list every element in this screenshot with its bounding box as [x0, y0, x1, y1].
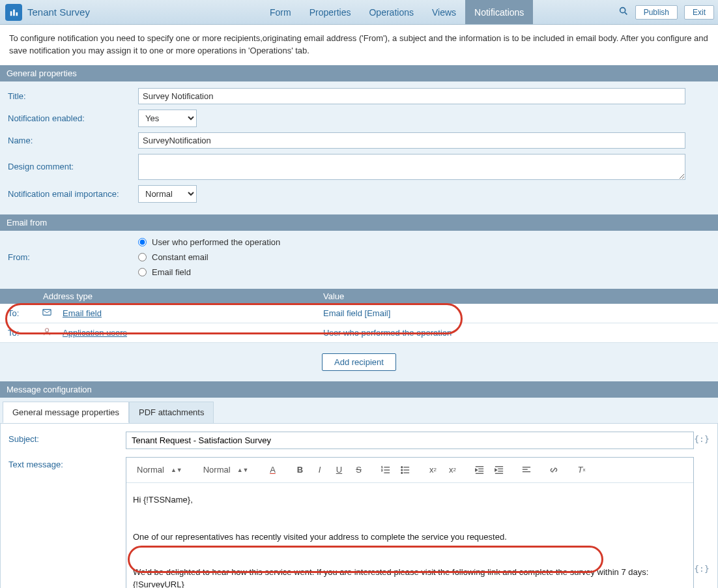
svg-rect-5	[43, 309, 51, 315]
from-option-field: Email field	[152, 267, 191, 277]
from-radio-constant[interactable]	[138, 253, 147, 261]
body-line: Hi {!TSSName},	[133, 492, 687, 508]
address-type-link[interactable]: Application users	[63, 328, 127, 338]
app-title: Tenant Survey	[27, 7, 90, 18]
nav-form[interactable]: Form	[261, 0, 300, 24]
svg-point-16	[401, 469, 403, 471]
text-message-label: Text message:	[8, 457, 126, 469]
bold-icon[interactable]: B	[291, 462, 308, 478]
email-from-header: Email from	[0, 214, 718, 231]
col-address-type: Address type	[38, 289, 318, 304]
message-tabs: General message properties PDF attachmen…	[0, 402, 718, 423]
table-row[interactable]: To: Application users User who performed…	[0, 323, 718, 343]
body-line: We'd be delighted to hear how this servi…	[133, 567, 648, 577]
app-logo-icon	[5, 4, 22, 21]
from-radio-field[interactable]	[138, 268, 147, 276]
outdent-icon[interactable]	[471, 462, 488, 478]
message-config-header: Message configuration	[0, 381, 718, 398]
top-bar: Tenant Survey Form Properties Operations…	[0, 0, 718, 25]
rich-text-editor: Normal▲▼ Normal▲▼ A B I U S 12 x2 x2	[126, 457, 694, 588]
subject-input[interactable]	[126, 432, 694, 449]
from-label: From:	[8, 252, 138, 262]
text-template-icon[interactable]: {:}	[694, 561, 710, 574]
svg-point-17	[401, 472, 403, 473]
link-icon[interactable]	[545, 462, 562, 478]
nav-notifications[interactable]: Notifications	[465, 0, 533, 24]
comment-label: Design comment:	[8, 162, 138, 171]
subject-label: Subject:	[8, 432, 126, 444]
from-option-user: User who performed the operation	[152, 237, 280, 247]
subject-template-icon[interactable]: {:}	[694, 432, 710, 444]
nav-operations[interactable]: Operations	[360, 0, 422, 24]
main-nav: Form Properties Operations Views Notific…	[261, 0, 533, 24]
address-type-link[interactable]: Email field	[63, 308, 102, 318]
add-recipient-button[interactable]: Add recipient	[322, 353, 396, 371]
editor-toolbar: Normal▲▼ Normal▲▼ A B I U S 12 x2 x2	[126, 458, 693, 483]
row-to-label: To:	[5, 307, 34, 319]
from-radio-user[interactable]	[138, 238, 147, 246]
importance-label: Notification email importance:	[8, 189, 138, 199]
name-input[interactable]	[138, 132, 685, 149]
name-label: Name:	[8, 136, 138, 145]
comment-textarea[interactable]	[138, 154, 685, 180]
ordered-list-icon[interactable]: 12	[377, 462, 394, 478]
tab-pdf-attachments[interactable]: PDF attachments	[129, 402, 214, 423]
intro-text: To configure notification you need to sp…	[0, 25, 718, 65]
align-icon[interactable]	[518, 462, 535, 478]
importance-select[interactable]: Normal	[138, 185, 197, 203]
svg-rect-0	[10, 11, 12, 16]
svg-point-3	[620, 8, 625, 13]
enabled-select[interactable]: Yes	[138, 110, 197, 127]
indent-icon[interactable]	[491, 462, 508, 478]
general-properties-panel: Title: Notification enabled: Yes Name: D…	[0, 81, 718, 214]
underline-icon[interactable]: U	[330, 462, 347, 478]
exit-button[interactable]: Exit	[684, 5, 714, 20]
message-body-panel: Subject: {:} Text message: Normal▲▼ Norm…	[0, 423, 718, 588]
svg-point-6	[45, 328, 48, 331]
heading-style-select[interactable]: Normal▲▼	[198, 463, 254, 476]
row-to-label: To:	[5, 327, 34, 339]
nav-properties[interactable]: Properties	[300, 0, 360, 24]
email-field-icon	[34, 306, 60, 320]
svg-text:2: 2	[381, 468, 383, 471]
bullet-list-icon[interactable]	[397, 462, 414, 478]
header-right: Publish Exit	[618, 5, 714, 20]
email-from-panel: From: User who performed the operation C…	[0, 231, 718, 289]
svg-line-4	[625, 12, 627, 14]
table-row[interactable]: To: Email field Email field [Email]	[0, 304, 718, 323]
body-line: One of our representatives has recently …	[133, 529, 687, 546]
address-value: Email field [Email]	[321, 307, 713, 319]
title-input[interactable]	[138, 88, 685, 104]
subscript-icon[interactable]: x2	[424, 462, 441, 478]
address-value: User who performed the operation	[321, 327, 713, 339]
svg-point-15	[401, 466, 403, 467]
general-properties-header: General properties	[0, 65, 718, 81]
paragraph-style-select[interactable]: Normal▲▼	[132, 463, 188, 476]
body-line-survey-url: {!SurveyURL}	[133, 580, 184, 588]
enabled-label: Notification enabled:	[8, 113, 138, 123]
text-color-icon[interactable]: A	[264, 462, 281, 478]
tab-general-message[interactable]: General message properties	[3, 402, 129, 423]
svg-rect-1	[13, 9, 15, 16]
clear-format-icon[interactable]: Tx	[573, 462, 590, 478]
italic-icon[interactable]: I	[311, 462, 328, 478]
strikethrough-icon[interactable]: S	[350, 462, 367, 478]
nav-views[interactable]: Views	[423, 0, 465, 24]
editor-content-area[interactable]: Hi {!TSSName}, One of our representative…	[126, 483, 693, 588]
svg-rect-2	[16, 12, 18, 16]
search-icon[interactable]	[618, 6, 629, 18]
col-value: Value	[318, 289, 349, 304]
from-option-constant: Constant email	[152, 252, 208, 262]
recipients-table: Address type Value To: Email field Email…	[0, 289, 718, 343]
title-label: Title:	[8, 91, 138, 101]
publish-button[interactable]: Publish	[635, 5, 678, 20]
user-icon	[34, 326, 60, 340]
superscript-icon[interactable]: x2	[444, 462, 461, 478]
